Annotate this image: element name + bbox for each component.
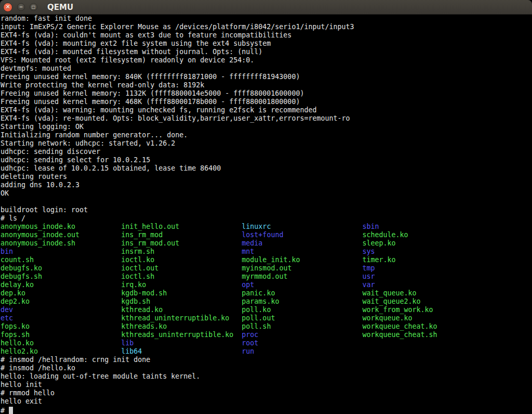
file-entry: params.ko	[242, 297, 362, 305]
terminal-line: dep2.ko kgdb.sh params.ko wait_queue2.ko	[1, 297, 532, 306]
terminal-line: dep.ko kgdb-mod.sh panic.ko wait_queue.k…	[1, 289, 532, 297]
terminal-line: anonymous_inode.out ins_rm_mod lost+foun…	[1, 231, 532, 239]
file-entry: sleep.ko	[363, 239, 396, 247]
terminal-cursor	[9, 407, 13, 414]
file-entry: hello.ko	[1, 339, 121, 347]
terminal-line: OK	[1, 189, 532, 198]
terminal-text: Starting network: udhcpc: started, v1.26…	[1, 139, 175, 147]
window-title: QEMU	[47, 3, 73, 12]
terminal-text: Initializing random number generator... …	[1, 131, 188, 139]
terminal-text: Freeing unused kernel memory: 1132K (fff…	[1, 89, 304, 97]
file-entry: panic.ko	[242, 289, 362, 297]
terminal-line: hello exit	[1, 397, 532, 406]
file-entry: myrmmod.out	[242, 273, 362, 280]
file-entry: workqueue_cheat.sh	[363, 331, 437, 339]
terminal-line: # ls /	[1, 214, 532, 223]
terminal-line: Freeing unused kernel memory: 468K (ffff…	[1, 98, 532, 106]
terminal-text: udhcpc: sending discover	[1, 148, 100, 156]
terminal-line: delay.ko irq.ko opt var	[1, 281, 532, 289]
file-entry: insrm.sh	[121, 248, 242, 255]
file-entry: opt	[242, 281, 362, 289]
terminal-text: # insmod /hellrandom: crng init done	[1, 356, 150, 364]
terminal-line: #	[1, 406, 532, 414]
file-entry: poll.sh	[242, 322, 362, 330]
terminal-line: EXT4-fs (vda): warning: mounting uncheck…	[1, 106, 532, 114]
file-entry: mnt	[242, 248, 362, 255]
terminal-text: deleting routers	[1, 173, 67, 180]
terminal-line: debugfs.ko ioctl.out myinsmod.out tmp	[1, 264, 532, 273]
file-entry: lib	[121, 339, 242, 347]
close-button[interactable]: ✕	[3, 3, 12, 12]
terminal-line: EXT4-fs (vda): mounted filesystem withou…	[1, 48, 532, 56]
terminal-line: Initializing random number generator... …	[1, 131, 532, 139]
terminal-text: Freeing unused kernel memory: 468K (ffff…	[1, 98, 300, 106]
terminal-line: dev kthread.ko poll.ko work_from_work.ko	[1, 306, 532, 314]
file-entry: myinsmod.out	[242, 264, 362, 272]
file-entry: var	[363, 281, 375, 289]
terminal-line: adding dns 10.0.2.3	[1, 181, 532, 189]
terminal-text: hello init	[1, 381, 42, 389]
terminal-line: udhcpc: lease of 10.0.2.15 obtained, lea…	[1, 164, 532, 173]
terminal-text: input: ImExPS/2 Generic Explorer Mouse a…	[1, 23, 354, 31]
terminal-line: VFS: Mounted root (ext2 filesystem) read…	[1, 56, 532, 64]
terminal-line: fops.sh kthreads_uninterruptible.ko proc…	[1, 331, 532, 339]
file-entry: delay.ko	[1, 281, 121, 289]
terminal-line: random: fast init done	[1, 15, 532, 23]
terminal-text: # rmmod hello	[1, 389, 55, 397]
file-entry: root	[242, 339, 258, 347]
file-entry: poll.ko	[242, 306, 362, 314]
file-entry: debugfs.ko	[1, 264, 121, 272]
terminal-text: random: fast init done	[1, 15, 92, 22]
terminal-text: OK	[1, 189, 9, 197]
terminal-line: Freeing unused kernel memory: 1132K (fff…	[1, 89, 532, 98]
terminal-text: EXT4-fs (vda): warning: mounting uncheck…	[1, 106, 316, 114]
file-entry: workqueue_cheat.ko	[363, 322, 437, 330]
file-entry: irq.ko	[121, 281, 242, 289]
terminal-line: etc kthread_uninterruptible.ko poll.out …	[1, 314, 532, 322]
window-titlebar[interactable]: ✕ − □ QEMU	[0, 0, 532, 15]
terminal-line: Starting network: udhcpc: started, v1.26…	[1, 139, 532, 148]
terminal-text: hello: loading out-of-tree module taints…	[1, 372, 200, 380]
terminal-text: adding dns 10.0.2.3	[1, 181, 79, 189]
terminal-text: # insmod /hello.ko	[1, 364, 75, 372]
terminal-text: Freeing unused kernel memory: 840K (ffff…	[1, 73, 300, 81]
terminal-text: EXT4-fs (vda): re-mounted. Opts: block_v…	[1, 114, 350, 122]
terminal-line: hello init	[1, 381, 532, 389]
terminal-line: anonymous_inode.ko init_hello.out linuxr…	[1, 223, 532, 231]
terminal-text: buildroot login: root	[1, 206, 88, 214]
terminal-text: # ls /	[1, 214, 25, 222]
terminal-line: EXT4-fs (vda): re-mounted. Opts: block_v…	[1, 114, 532, 123]
terminal-line: deleting routers	[1, 173, 532, 181]
terminal-text: Starting logging: OK	[1, 123, 84, 131]
file-entry: ioctl.sh	[121, 273, 242, 280]
file-entry: wait_queue.ko	[363, 289, 417, 297]
terminal-line: udhcpc: sending discover	[1, 148, 532, 156]
file-entry: lib64	[121, 347, 242, 355]
terminal-text: EXT4-fs (vda): mounting ext2 file system…	[1, 40, 271, 47]
file-entry: ioctl.out	[121, 264, 242, 272]
file-entry: workqueue.ko	[363, 314, 413, 322]
file-entry: init_hello.out	[121, 223, 242, 230]
terminal-line: EXT4-fs (vda): mounting ext2 file system…	[1, 40, 532, 48]
terminal-screen[interactable]: random: fast init doneinput: ImExPS/2 Ge…	[0, 15, 532, 414]
terminal-line: Freeing unused kernel memory: 840K (ffff…	[1, 73, 532, 81]
minimize-button[interactable]: −	[17, 3, 25, 11]
terminal-line: hello2.ko lib64 run	[1, 347, 532, 356]
maximize-icon: □	[32, 5, 36, 9]
file-entry: media	[242, 239, 362, 247]
file-entry: kgdb-mod.sh	[121, 289, 242, 297]
terminal-line: Write protecting the kernel read-only da…	[1, 81, 532, 89]
file-entry: count.sh	[1, 256, 121, 264]
terminal-line: input: ImExPS/2 Generic Explorer Mouse a…	[1, 23, 532, 31]
terminal-text: #	[1, 407, 9, 414]
terminal-line: udhcpc: sending select for 10.0.2.15	[1, 156, 532, 164]
file-entry: timer.ko	[363, 256, 396, 264]
file-entry: ioctl.ko	[121, 256, 242, 264]
terminal-text: EXT4-fs (vda): couldn't mount as ext3 du…	[1, 31, 291, 39]
terminal-line: hello: loading out-of-tree module taints…	[1, 372, 532, 381]
terminal-text: devtmpfs: mounted	[1, 64, 71, 72]
maximize-button[interactable]: □	[30, 3, 37, 11]
terminal-line: debugfs.sh ioctl.sh myrmmod.out usr	[1, 273, 532, 281]
terminal-line: count.sh ioctl.ko module_init.ko timer.k…	[1, 256, 532, 264]
file-entry: fops.sh	[1, 331, 121, 339]
